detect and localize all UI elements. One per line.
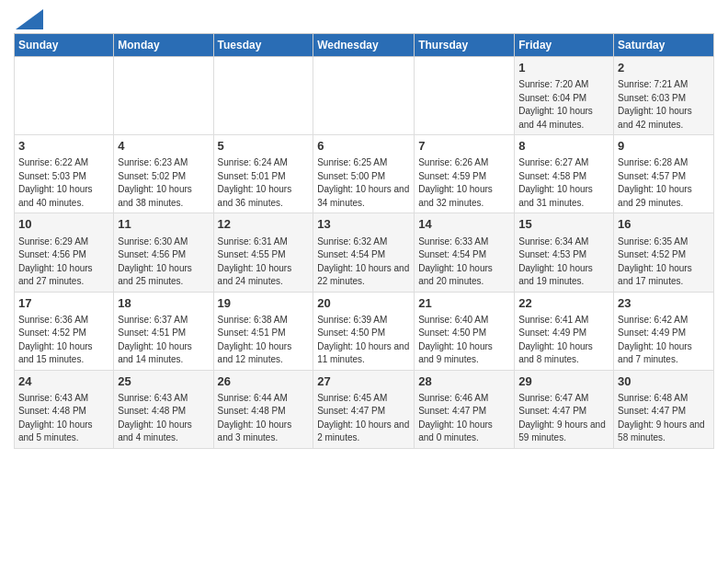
day-info: Sunrise: 6:31 AM Sunset: 4:55 PM Dayligh… bbox=[218, 236, 310, 289]
svg-marker-0 bbox=[16, 9, 43, 29]
day-info: Sunrise: 6:42 AM Sunset: 4:49 PM Dayligh… bbox=[618, 314, 710, 367]
day-number: 1 bbox=[518, 60, 609, 76]
calendar-cell: 29Sunrise: 6:47 AM Sunset: 4:47 PM Dayli… bbox=[515, 370, 614, 448]
calendar-header-wednesday: Wednesday bbox=[313, 34, 415, 57]
calendar-header-monday: Monday bbox=[114, 34, 213, 57]
calendar-header-thursday: Thursday bbox=[415, 34, 515, 57]
calendar-cell: 15Sunrise: 6:34 AM Sunset: 4:53 PM Dayli… bbox=[515, 213, 614, 292]
day-info: Sunrise: 6:35 AM Sunset: 4:52 PM Dayligh… bbox=[618, 236, 710, 289]
day-number: 22 bbox=[518, 295, 609, 312]
day-info: Sunrise: 6:38 AM Sunset: 4:51 PM Dayligh… bbox=[218, 314, 310, 367]
calendar-cell: 9Sunrise: 6:28 AM Sunset: 4:57 PM Daylig… bbox=[614, 135, 714, 213]
day-number: 24 bbox=[18, 373, 109, 390]
calendar-cell: 25Sunrise: 6:43 AM Sunset: 4:48 PM Dayli… bbox=[114, 370, 213, 448]
calendar-cell bbox=[313, 57, 415, 135]
calendar-header-row: SundayMondayTuesdayWednesdayThursdayFrid… bbox=[15, 34, 714, 57]
day-number: 25 bbox=[118, 373, 209, 390]
calendar-cell: 28Sunrise: 6:46 AM Sunset: 4:47 PM Dayli… bbox=[415, 370, 515, 448]
calendar-header-sunday: Sunday bbox=[15, 34, 114, 57]
day-number: 30 bbox=[618, 373, 710, 390]
logo bbox=[14, 13, 43, 26]
day-number: 16 bbox=[618, 216, 710, 233]
calendar-cell: 24Sunrise: 6:43 AM Sunset: 4:48 PM Dayli… bbox=[15, 370, 114, 448]
day-number: 19 bbox=[218, 295, 310, 312]
calendar-cell: 30Sunrise: 6:48 AM Sunset: 4:47 PM Dayli… bbox=[614, 370, 714, 448]
day-info: Sunrise: 6:37 AM Sunset: 4:51 PM Dayligh… bbox=[118, 314, 209, 367]
day-info: Sunrise: 6:29 AM Sunset: 4:56 PM Dayligh… bbox=[18, 236, 109, 289]
calendar-cell: 13Sunrise: 6:32 AM Sunset: 4:54 PM Dayli… bbox=[313, 213, 415, 292]
day-number: 12 bbox=[218, 216, 310, 233]
calendar-cell bbox=[15, 57, 114, 135]
day-info: Sunrise: 6:25 AM Sunset: 5:00 PM Dayligh… bbox=[317, 156, 410, 210]
day-number: 11 bbox=[118, 216, 209, 233]
calendar-week-row: 10Sunrise: 6:29 AM Sunset: 4:56 PM Dayli… bbox=[15, 213, 714, 292]
day-info: Sunrise: 7:20 AM Sunset: 6:04 PM Dayligh… bbox=[518, 78, 609, 132]
day-info: Sunrise: 6:28 AM Sunset: 4:57 PM Dayligh… bbox=[618, 156, 710, 210]
calendar-cell: 18Sunrise: 6:37 AM Sunset: 4:51 PM Dayli… bbox=[114, 292, 213, 370]
day-number: 3 bbox=[18, 138, 109, 155]
day-info: Sunrise: 6:26 AM Sunset: 4:59 PM Dayligh… bbox=[418, 156, 510, 210]
calendar-header-tuesday: Tuesday bbox=[213, 34, 313, 57]
day-info: Sunrise: 7:21 AM Sunset: 6:03 PM Dayligh… bbox=[618, 78, 710, 132]
calendar-cell: 11Sunrise: 6:30 AM Sunset: 4:56 PM Dayli… bbox=[114, 213, 213, 292]
day-number: 23 bbox=[618, 295, 710, 312]
calendar-cell: 5Sunrise: 6:24 AM Sunset: 5:01 PM Daylig… bbox=[213, 135, 313, 213]
calendar-cell: 23Sunrise: 6:42 AM Sunset: 4:49 PM Dayli… bbox=[614, 292, 714, 370]
calendar-cell bbox=[415, 57, 515, 135]
day-info: Sunrise: 6:32 AM Sunset: 4:54 PM Dayligh… bbox=[317, 236, 410, 289]
day-number: 2 bbox=[618, 60, 710, 76]
calendar-table: SundayMondayTuesdayWednesdayThursdayFrid… bbox=[14, 33, 714, 449]
calendar-header-friday: Friday bbox=[515, 34, 614, 57]
day-info: Sunrise: 6:23 AM Sunset: 5:02 PM Dayligh… bbox=[118, 156, 209, 210]
calendar-header-saturday: Saturday bbox=[614, 34, 714, 57]
day-number: 15 bbox=[518, 216, 609, 233]
day-number: 10 bbox=[18, 216, 109, 233]
day-number: 28 bbox=[418, 373, 510, 390]
calendar-cell: 16Sunrise: 6:35 AM Sunset: 4:52 PM Dayli… bbox=[614, 213, 714, 292]
calendar-cell: 10Sunrise: 6:29 AM Sunset: 4:56 PM Dayli… bbox=[15, 213, 114, 292]
calendar-cell: 6Sunrise: 6:25 AM Sunset: 5:00 PM Daylig… bbox=[313, 135, 415, 213]
day-number: 20 bbox=[317, 295, 410, 312]
day-info: Sunrise: 6:39 AM Sunset: 4:50 PM Dayligh… bbox=[317, 314, 410, 367]
calendar-week-row: 24Sunrise: 6:43 AM Sunset: 4:48 PM Dayli… bbox=[15, 370, 714, 448]
day-number: 29 bbox=[518, 373, 609, 390]
calendar-cell: 19Sunrise: 6:38 AM Sunset: 4:51 PM Dayli… bbox=[213, 292, 313, 370]
calendar-cell: 22Sunrise: 6:41 AM Sunset: 4:49 PM Dayli… bbox=[515, 292, 614, 370]
calendar-cell: 12Sunrise: 6:31 AM Sunset: 4:55 PM Dayli… bbox=[213, 213, 313, 292]
day-info: Sunrise: 6:30 AM Sunset: 4:56 PM Dayligh… bbox=[118, 236, 209, 289]
day-info: Sunrise: 6:47 AM Sunset: 4:47 PM Dayligh… bbox=[518, 392, 609, 445]
day-number: 5 bbox=[218, 138, 310, 155]
calendar-cell bbox=[114, 57, 213, 135]
day-info: Sunrise: 6:34 AM Sunset: 4:53 PM Dayligh… bbox=[518, 236, 609, 289]
day-info: Sunrise: 6:33 AM Sunset: 4:54 PM Dayligh… bbox=[418, 236, 510, 289]
calendar-week-row: 17Sunrise: 6:36 AM Sunset: 4:52 PM Dayli… bbox=[15, 292, 714, 370]
day-number: 26 bbox=[218, 373, 310, 390]
page: SundayMondayTuesdayWednesdayThursdayFrid… bbox=[0, 0, 728, 463]
calendar-cell: 7Sunrise: 6:26 AM Sunset: 4:59 PM Daylig… bbox=[415, 135, 515, 213]
calendar-cell: 3Sunrise: 6:22 AM Sunset: 5:03 PM Daylig… bbox=[15, 135, 114, 213]
day-number: 18 bbox=[118, 295, 209, 312]
calendar-cell: 27Sunrise: 6:45 AM Sunset: 4:47 PM Dayli… bbox=[313, 370, 415, 448]
day-number: 14 bbox=[418, 216, 510, 233]
day-number: 8 bbox=[518, 138, 609, 155]
day-number: 13 bbox=[317, 216, 410, 233]
day-info: Sunrise: 6:43 AM Sunset: 4:48 PM Dayligh… bbox=[118, 392, 209, 445]
calendar-cell: 1Sunrise: 7:20 AM Sunset: 6:04 PM Daylig… bbox=[515, 57, 614, 135]
logo-icon bbox=[16, 9, 43, 29]
calendar-cell: 8Sunrise: 6:27 AM Sunset: 4:58 PM Daylig… bbox=[515, 135, 614, 213]
calendar-cell: 14Sunrise: 6:33 AM Sunset: 4:54 PM Dayli… bbox=[415, 213, 515, 292]
day-number: 27 bbox=[317, 373, 410, 390]
day-info: Sunrise: 6:43 AM Sunset: 4:48 PM Dayligh… bbox=[18, 392, 109, 445]
calendar-cell: 21Sunrise: 6:40 AM Sunset: 4:50 PM Dayli… bbox=[415, 292, 515, 370]
calendar-cell: 4Sunrise: 6:23 AM Sunset: 5:02 PM Daylig… bbox=[114, 135, 213, 213]
day-info: Sunrise: 6:27 AM Sunset: 4:58 PM Dayligh… bbox=[518, 156, 609, 210]
day-number: 17 bbox=[18, 295, 109, 312]
day-info: Sunrise: 6:40 AM Sunset: 4:50 PM Dayligh… bbox=[418, 314, 510, 367]
header bbox=[14, 9, 714, 26]
day-info: Sunrise: 6:46 AM Sunset: 4:47 PM Dayligh… bbox=[418, 392, 510, 445]
day-number: 9 bbox=[618, 138, 710, 155]
calendar-cell bbox=[213, 57, 313, 135]
day-number: 7 bbox=[418, 138, 510, 155]
day-info: Sunrise: 6:45 AM Sunset: 4:47 PM Dayligh… bbox=[317, 392, 410, 445]
day-info: Sunrise: 6:36 AM Sunset: 4:52 PM Dayligh… bbox=[18, 314, 109, 367]
